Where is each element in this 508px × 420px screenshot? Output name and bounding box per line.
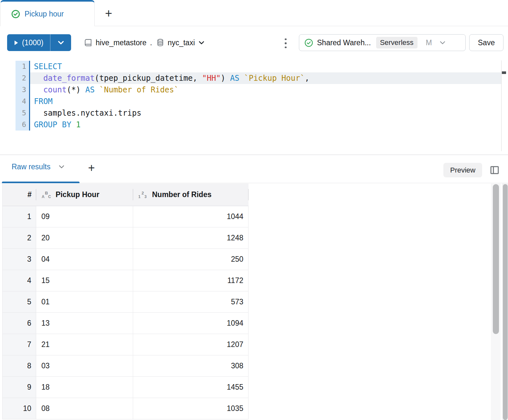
table-cell: 9 [3,377,36,398]
table-cell: 5 [3,291,36,313]
column-header-number-of-rides[interactable]: 1 2 3 Number of Rides [133,184,249,206]
table-row[interactable]: 9181455 [3,377,249,398]
svg-text:A: A [42,194,45,199]
svg-text:3: 3 [144,194,147,199]
code-line[interactable]: GROUP BY 1 [30,119,502,131]
results-tab-label: Raw results [12,163,50,171]
page-scrollbar-thumb[interactable] [503,184,508,420]
new-tab-button[interactable]: + [102,5,115,21]
table-row[interactable]: 2201248 [3,227,249,249]
code-line[interactable]: FROM [30,96,502,107]
add-visualization-button[interactable]: + [85,160,98,176]
catalog-name: hive_metastore [96,38,146,47]
table-cell: 09 [36,206,133,227]
table-cell: 1172 [133,270,249,291]
code-line[interactable]: samples.nyctaxi.trips [30,107,502,119]
table-row[interactable]: 6131094 [3,313,249,334]
check-circle-icon [304,38,313,47]
run-limit-label: (1000) [22,38,43,47]
table-cell: 18 [36,377,133,398]
chevron-down-icon [59,165,64,169]
results-table: # A B C Pickup Hour 1 2 3 [2,184,249,419]
row-number-header[interactable]: # [3,184,36,206]
save-button[interactable]: Save [469,34,503,51]
warehouse-size: M [426,38,432,47]
table-cell: 1248 [133,227,249,249]
sql-editor-page: Pickup hour + (1000) hive_metastore . [0,0,508,420]
table-row[interactable]: 10081035 [3,398,249,419]
table-cell: 7 [3,334,36,355]
svg-text:B: B [45,191,48,195]
book-icon [84,38,93,47]
line-number: 5 [16,107,29,119]
results-tab-raw[interactable]: Raw results [12,163,64,171]
table-row[interactable]: 1091044 [3,206,249,227]
check-circle-icon [11,10,20,18]
active-results-tab-indicator [2,182,79,183]
table-cell: 1044 [133,206,249,227]
code-line[interactable]: date_format(tpep_pickup_datetime, "HH") … [30,72,502,84]
editor-gutter: 123456 [16,61,30,131]
column-label: Number of Rides [152,190,211,199]
code-line[interactable]: count(*) AS `Number of Rides` [30,84,502,96]
table-cell: 6 [3,313,36,334]
table-cell: 2 [3,227,36,249]
table-cell: 3 [3,249,36,270]
svg-text:2: 2 [142,191,144,195]
column-label: Pickup Hour [56,190,99,199]
table-row[interactable]: 4151172 [3,270,249,291]
editor-overview-ruler [501,60,502,151]
table-cell: 01 [36,291,133,313]
chevron-down-icon [199,41,204,45]
overview-cursor-mark [502,71,506,74]
side-panel-icon[interactable] [489,164,500,176]
catalog-separator: . [150,38,152,47]
table-cell: 250 [133,249,249,270]
tab-pickup-hour[interactable]: Pickup hour [0,0,95,26]
table-cell: 1455 [133,377,249,398]
table-cell: 1094 [133,313,249,334]
results-scrollbar-thumb[interactable] [493,184,499,334]
editor-code[interactable]: SELECT date_format(tpep_pickup_datetime,… [30,61,502,131]
code-line[interactable]: SELECT [30,61,502,72]
table-cell: 1 [3,206,36,227]
run-button: (1000) [7,34,71,51]
line-number: 4 [16,96,29,107]
svg-text:1: 1 [138,194,141,199]
number-type-icon: 1 2 3 [138,190,148,199]
table-cell: 4 [3,270,36,291]
warehouse-selector[interactable]: Shared Wareh... Serverless M [299,34,466,51]
warehouse-name: Shared Wareh... [317,38,371,47]
play-icon [14,40,18,46]
catalog-schema-selector[interactable]: hive_metastore . nyc_taxi [84,34,204,51]
table-cell: 08 [36,398,133,419]
table-cell: 1207 [133,334,249,355]
database-icon [156,38,165,47]
table-cell: 20 [36,227,133,249]
serverless-badge: Serverless [376,37,418,48]
line-number: 3 [16,84,29,96]
results-table-header: # A B C Pickup Hour 1 2 3 [3,184,249,206]
table-cell: 04 [36,249,133,270]
column-header-pickup-hour[interactable]: A B C Pickup Hour [36,184,133,206]
run-query-button[interactable]: (1000) [7,34,50,51]
line-number: 6 [16,119,29,131]
line-number: 2 [16,72,29,84]
table-cell: 13 [36,313,133,334]
schema-name: nyc_taxi [168,38,195,47]
svg-text:C: C [48,194,51,199]
table-cell: 1035 [133,398,249,419]
editor-results-divider[interactable] [0,154,508,155]
results-table-body: 1091044220124830425041511725015736131094… [3,206,249,419]
chevron-down-icon [58,41,64,45]
table-row[interactable]: 803308 [3,355,249,377]
run-options-caret[interactable] [50,34,71,51]
table-row[interactable]: 501573 [3,291,249,313]
kebab-menu-icon[interactable] [282,36,289,51]
table-cell: 10 [3,398,36,419]
line-number: 1 [16,61,29,72]
preview-button[interactable]: Preview [443,163,482,177]
table-cell: 8 [3,355,36,377]
table-row[interactable]: 304250 [3,249,249,270]
table-row[interactable]: 7211207 [3,334,249,355]
